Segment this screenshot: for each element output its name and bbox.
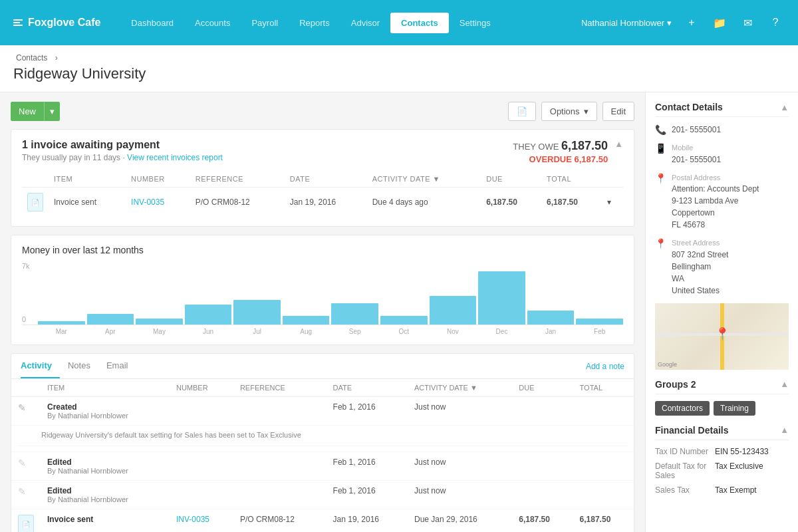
view-report-link[interactable]: View recent invoices report: [127, 153, 223, 162]
activity-table: ITEM NUMBER REFERENCE DATE ACTIVITY DATE…: [11, 379, 634, 532]
contact-details-collapse[interactable]: ▲: [780, 102, 789, 112]
chart-bar: [87, 314, 134, 325]
chart-label-row: MarAprMayJunJulAugSepOctNovDecJanFeb: [22, 328, 623, 335]
chart-bar: [331, 303, 378, 325]
act-date: Feb 1, 2016: [327, 481, 408, 509]
nav-payroll[interactable]: Payroll: [241, 13, 289, 33]
financial-collapse[interactable]: ▲: [780, 425, 789, 435]
activity-icon-cell: 📄: [11, 509, 41, 533]
act-date: Jan 19, 2016: [327, 509, 408, 533]
act-number[interactable]: INV-0035: [170, 509, 233, 533]
banner-subtitle: They usually pay in 11 days · View recen…: [22, 153, 223, 162]
phone-icon: 📞: [655, 124, 666, 135]
activity-item-by: By Nathanial Hornblower: [47, 412, 163, 420]
act-col-number: NUMBER: [170, 379, 233, 397]
mail-icon[interactable]: ✉: [738, 13, 757, 32]
activity-icon-cell: ✎: [11, 481, 41, 509]
tax-id-row: Tax ID Number EIN 55-123433: [655, 447, 789, 456]
chart-bar: [576, 319, 623, 325]
right-toolbar: 📄 Options ▾ Edit: [508, 102, 634, 121]
logo-icon: [13, 19, 23, 26]
groups-title: Groups 2: [655, 379, 696, 390]
invoice-total: 6,187.50: [541, 188, 602, 217]
folder-icon[interactable]: 📁: [710, 13, 729, 32]
map-pin: 📍: [715, 327, 730, 341]
breadcrumb[interactable]: Contacts ›: [13, 53, 785, 63]
tab-email[interactable]: Email: [106, 354, 136, 378]
help-icon[interactable]: ?: [766, 13, 785, 32]
tab-activity[interactable]: Activity: [21, 354, 60, 378]
nav-accounts[interactable]: Accounts: [184, 13, 241, 33]
act-activity-date: Just now: [408, 452, 512, 481]
invoice-banner: 1 invoice awaiting payment They usually …: [11, 129, 634, 227]
chart-bar-group: [38, 321, 85, 325]
groups-collapse[interactable]: ▲: [780, 379, 789, 389]
app-logo[interactable]: Foxglove Cafe: [13, 17, 100, 29]
nav-reports[interactable]: Reports: [289, 13, 340, 33]
new-dropdown-button[interactable]: ▾: [45, 102, 60, 121]
they-owe-label: THEY OWE 6,187.50: [513, 139, 608, 153]
chart-label: Oct: [380, 328, 428, 335]
chart-bar-group: [283, 316, 330, 325]
add-note-link[interactable]: Add a note: [586, 355, 624, 378]
invoice-row-expand[interactable]: ▾: [602, 188, 623, 217]
document-button[interactable]: 📄: [508, 102, 536, 121]
mobile-label: Mobile: [672, 142, 721, 154]
act-due: [512, 397, 573, 426]
col-date: DATE: [285, 171, 367, 188]
groups-section: Groups 2 ▲ Contractors Training: [655, 379, 789, 416]
pencil-icon: ✎: [18, 486, 26, 497]
chart-bar-group: [430, 296, 477, 325]
col-item-label: ITEM: [49, 171, 126, 188]
chart-bar-group: [87, 314, 134, 325]
options-label: Options: [550, 106, 580, 116]
col-total: TOTAL: [541, 171, 602, 188]
nav-advisor[interactable]: Advisor: [340, 13, 390, 33]
group-tag-contractors[interactable]: Contractors: [655, 401, 710, 416]
table-row: ✎ Created By Nathanial Hornblower Feb 1,…: [11, 397, 634, 426]
pencil-icon: ✎: [18, 458, 26, 468]
new-button[interactable]: New: [11, 102, 45, 121]
options-button[interactable]: Options ▾: [541, 102, 597, 121]
col-item: [22, 171, 49, 188]
page-header: Contacts › Ridgeway University: [0, 45, 798, 92]
postal-label: Postal Address: [672, 172, 759, 184]
top-navigation: Foxglove Cafe Dashboard Accounts Payroll…: [0, 0, 798, 45]
table-row: 📄 Invoice sent INV-0035 P/O CRM08-12 Jan…: [11, 509, 634, 533]
invoice-number[interactable]: INV-0035: [126, 188, 190, 217]
banner-collapse-icon[interactable]: ▲: [614, 139, 623, 149]
act-due: 6,187.50: [512, 509, 573, 533]
chart-label: Sep: [331, 328, 378, 335]
app-name: Foxglove Cafe: [28, 17, 100, 29]
chart-label: Jul: [233, 328, 281, 335]
activity-item-by: By Nathanial Hornblower: [47, 495, 163, 503]
add-icon[interactable]: +: [682, 13, 701, 32]
map-container[interactable]: 📍 Google: [655, 303, 789, 370]
chart-label: Feb: [576, 328, 623, 335]
chart-label: Nov: [430, 328, 477, 335]
invoice-item-name: Invoice sent: [49, 188, 126, 217]
invoice-icon-cell: 📄: [22, 188, 49, 217]
street-state: WA: [672, 273, 728, 285]
breadcrumb-parent[interactable]: Contacts: [16, 53, 47, 63]
tab-notes[interactable]: Notes: [68, 354, 98, 378]
chart-bar-group: [331, 303, 378, 325]
new-button-group: New ▾: [11, 102, 60, 121]
owe-amount: 6,187.50: [561, 139, 608, 152]
toolbar: New ▾ 📄 Options ▾ Edit: [11, 102, 634, 121]
user-menu[interactable]: Nathanial Hornblower ▾: [581, 18, 672, 28]
chart-label: Jun: [185, 328, 232, 335]
chart-label: Jan: [527, 328, 575, 335]
overdue-amount: OVERDUE 6,187.50: [513, 154, 608, 164]
map-placeholder: 📍 Google: [655, 303, 789, 370]
edit-button[interactable]: Edit: [602, 102, 634, 121]
nav-items: Dashboard Accounts Payroll Reports Advis…: [120, 13, 581, 33]
nav-dashboard[interactable]: Dashboard: [120, 13, 184, 33]
activity-icon-cell: ✎: [11, 397, 41, 426]
nav-contacts[interactable]: Contacts: [390, 13, 449, 33]
group-tag-training[interactable]: Training: [714, 401, 755, 416]
nav-settings[interactable]: Settings: [449, 13, 501, 33]
chart-bar: [380, 316, 428, 325]
chart-label: Mar: [38, 328, 85, 335]
act-activity-date: Due Jan 29, 2016: [408, 509, 512, 533]
